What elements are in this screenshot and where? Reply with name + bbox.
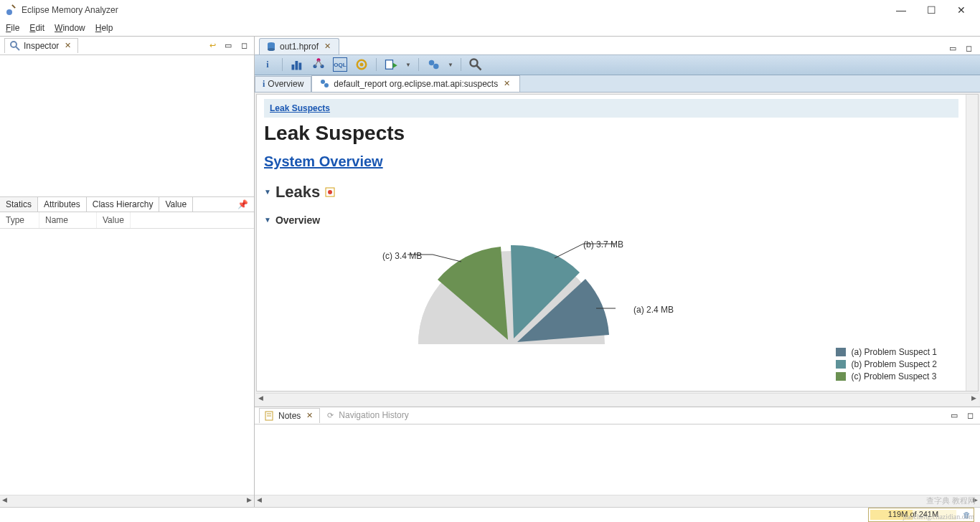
maximize-editor-icon[interactable]: ◻ <box>963 43 974 54</box>
maximize-button[interactable]: ☐ <box>924 4 938 16</box>
tab-statics[interactable]: Statics <box>0 197 38 212</box>
menu-edit[interactable]: Edit <box>29 23 44 33</box>
svg-point-6 <box>268 48 275 51</box>
oql-icon[interactable]: OQL <box>333 57 347 72</box>
inspector-hscroll[interactable] <box>0 495 254 507</box>
view-tab-nav-history[interactable]: ⟳ Navigation History <box>320 408 413 422</box>
watermark: jiaocheng.chazidian.com <box>903 513 974 521</box>
pie-label-c: (c) 3.4 MB <box>382 251 422 261</box>
heap-file-icon <box>265 41 277 52</box>
minimize-view-icon[interactable]: ▭ <box>222 39 234 51</box>
section-leaks: Leaks <box>275 183 320 201</box>
svg-line-22 <box>476 66 481 70</box>
svg-point-20 <box>433 64 439 70</box>
pin-icon[interactable]: 📌 <box>232 197 254 212</box>
svg-rect-9 <box>299 63 302 70</box>
threads-icon[interactable] <box>354 57 369 72</box>
back-arrow-icon[interactable]: ↩ <box>207 39 218 51</box>
subtab-overview[interactable]: i Overview <box>255 76 311 92</box>
report-content: Leak Suspects Leak Suspects System Overv… <box>257 95 966 391</box>
report-vscroll[interactable] <box>966 95 978 391</box>
close-button[interactable]: ✕ <box>954 4 969 16</box>
view-tab-notes[interactable]: Notes ✕ <box>259 408 320 423</box>
report-hscroll[interactable] <box>256 393 979 405</box>
svg-point-26 <box>328 190 332 194</box>
notes-icon <box>264 410 275 422</box>
run-report-icon[interactable] <box>384 57 398 72</box>
chevron-down-icon[interactable]: ▼ <box>264 188 271 196</box>
close-icon[interactable]: ✕ <box>501 78 512 90</box>
info-icon[interactable]: i <box>260 57 275 72</box>
editor-tab-label: out1.hprof <box>280 42 319 52</box>
histogram-icon[interactable] <box>290 57 304 72</box>
pie-label-a: (a) 2.4 MB <box>633 305 674 315</box>
nav-history-label: Navigation History <box>339 410 408 420</box>
subtab-default-report[interactable]: default_report org.eclipse.mat.api:suspe… <box>311 75 520 92</box>
minimize-view-icon[interactable]: ▭ <box>948 409 960 421</box>
inspector-tabs: Statics Attributes Class Hierarchy Value… <box>0 196 254 212</box>
notes-body[interactable] <box>255 424 980 495</box>
tab-value[interactable]: Value <box>159 197 193 212</box>
tab-attributes[interactable]: Attributes <box>38 197 87 212</box>
notes-hscroll[interactable] <box>255 495 980 507</box>
leaks-badge-icon <box>324 186 336 198</box>
svg-point-0 <box>6 9 12 15</box>
maximize-view-icon[interactable]: ◻ <box>964 409 976 421</box>
inspector-icon <box>9 40 21 52</box>
pie-legend: (a) Problem Suspect 1 (b) Problem Suspec… <box>836 345 937 384</box>
svg-rect-17 <box>386 60 393 70</box>
inspector-view: Inspector ✕ ↩ ▭ ◻ Statics Attributes Cla… <box>0 37 255 507</box>
pie-chart: (a) 2.4 MB (b) 3.7 MB (c) 3.4 MB (a) Pro… <box>264 233 958 384</box>
notes-label: Notes <box>278 411 301 421</box>
legend-a: (a) Problem Suspect 1 <box>852 347 937 357</box>
col-value: Value <box>97 212 131 228</box>
inspector-title: Inspector <box>24 41 59 51</box>
pie-label-b: (b) 3.7 MB <box>583 239 623 250</box>
status-bar: 119M of 241M 🗑 查字典 教程网 jiaocheng.chazidi… <box>0 507 980 522</box>
svg-point-24 <box>324 83 329 87</box>
close-icon[interactable]: ✕ <box>303 410 315 422</box>
editor-toolbar: i OQL ▼ ▼ <box>255 55 980 75</box>
svg-rect-1 <box>11 5 16 9</box>
dominator-tree-icon[interactable] <box>311 57 326 72</box>
link-system-overview[interactable]: System Overview <box>264 153 383 169</box>
col-type: Type <box>0 212 39 228</box>
breadcrumb-leak-suspects[interactable]: Leak Suspects <box>270 103 330 113</box>
editor-tabs: out1.hprof ✕ ▭ ◻ <box>255 37 980 55</box>
svg-line-28 <box>555 244 583 258</box>
svg-rect-7 <box>292 65 295 70</box>
query-browser-icon[interactable] <box>426 57 440 72</box>
svg-point-21 <box>470 60 477 67</box>
subtab-report-label: default_report org.eclipse.mat.api:suspe… <box>334 79 498 89</box>
tab-class-hierarchy[interactable]: Class Hierarchy <box>87 197 160 212</box>
app-icon <box>6 4 17 16</box>
report-icon <box>319 78 331 90</box>
page-title: Leak Suspects <box>264 122 958 145</box>
legend-c: (c) Problem Suspect 3 <box>852 371 937 381</box>
history-icon: ⟳ <box>324 409 336 421</box>
svg-marker-18 <box>393 63 397 69</box>
editor-tab-out1[interactable]: out1.hprof ✕ <box>259 38 339 54</box>
menu-help[interactable]: Help <box>95 23 113 33</box>
menu-window[interactable]: Window <box>55 23 85 33</box>
section-overview: Overview <box>275 214 320 226</box>
chevron-down-icon[interactable]: ▼ <box>264 216 271 224</box>
search-icon[interactable] <box>468 57 483 72</box>
subtab-overview-label: Overview <box>268 79 303 89</box>
menu-file[interactable]: File <box>6 23 19 33</box>
maximize-view-icon[interactable]: ◻ <box>238 39 250 51</box>
svg-rect-8 <box>296 61 298 70</box>
sub-tabs: i Overview default_report org.eclipse.ma… <box>255 75 980 92</box>
minimize-editor-icon[interactable]: ▭ <box>947 43 958 54</box>
minimize-button[interactable]: — <box>894 4 908 16</box>
inspector-tab[interactable]: Inspector ✕ <box>4 38 78 53</box>
watermark-top: 查字典 教程网 <box>926 495 976 506</box>
close-icon[interactable]: ✕ <box>62 40 73 52</box>
svg-line-3 <box>16 47 19 50</box>
svg-line-30 <box>433 255 461 262</box>
legend-b: (b) Problem Suspect 2 <box>852 359 937 369</box>
svg-point-19 <box>429 60 435 66</box>
close-icon[interactable]: ✕ <box>321 41 333 52</box>
menu-bar: File Edit Window Help <box>0 21 980 36</box>
col-name: Name <box>39 212 97 228</box>
